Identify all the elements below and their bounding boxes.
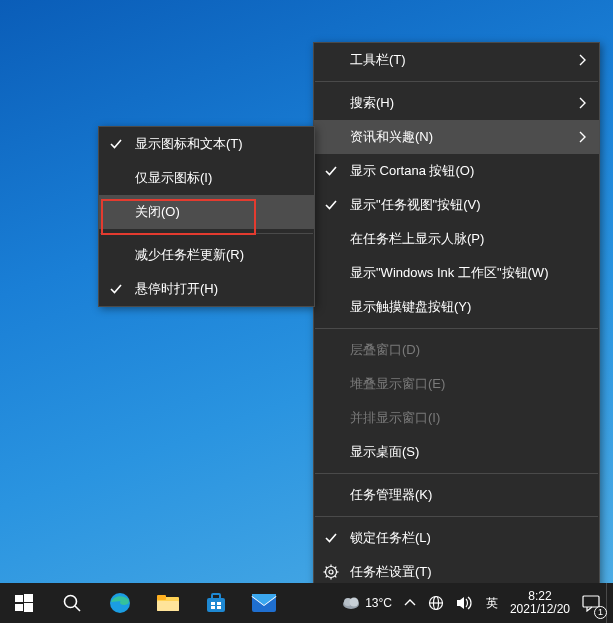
- svg-rect-18: [157, 595, 166, 600]
- menu-item-label: 搜索(H): [350, 94, 394, 112]
- svg-point-14: [65, 596, 77, 608]
- menu-separator: [315, 473, 598, 474]
- tray-volume-button[interactable]: [450, 583, 480, 623]
- svg-rect-12: [15, 604, 23, 611]
- menu-item-label: 层叠窗口(D): [350, 341, 420, 359]
- weather-widget[interactable]: 13°C: [335, 583, 398, 623]
- taskbar-context-menu: 工具栏(T) 搜索(H) 资讯和兴趣(N) 显示 Cortana 按钮(O) 显…: [313, 42, 600, 590]
- svg-point-0: [326, 567, 337, 578]
- svg-line-9: [335, 567, 336, 568]
- menu-item-label: 显示图标和文本(T): [135, 135, 243, 153]
- svg-rect-25: [217, 606, 221, 609]
- globe-icon: [428, 595, 444, 611]
- edge-icon: [108, 591, 132, 615]
- taskbar: 13°C 英 8:22 2021/12/20 1: [0, 583, 613, 623]
- svg-rect-24: [211, 606, 215, 609]
- ime-label: 英: [486, 595, 498, 612]
- speaker-icon: [456, 595, 474, 611]
- check-icon: [324, 198, 338, 212]
- menu-item-label: 显示桌面(S): [350, 443, 419, 461]
- svg-rect-19: [157, 601, 179, 611]
- clock-date: 2021/12/20: [510, 603, 570, 616]
- svg-rect-11: [24, 594, 33, 602]
- menu-item-label: 资讯和兴趣(N): [350, 128, 433, 146]
- menu-item-label: 工具栏(T): [350, 51, 406, 69]
- svg-line-7: [335, 576, 336, 577]
- menu-item-label: 任务栏设置(T): [350, 563, 432, 581]
- svg-point-1: [329, 570, 333, 574]
- menu-item-people[interactable]: 在任务栏上显示人脉(P): [314, 222, 599, 256]
- menu-item-toolbars[interactable]: 工具栏(T): [314, 43, 599, 77]
- menu-item-lock-taskbar[interactable]: 锁定任务栏(L): [314, 521, 599, 555]
- menu-item-label: 悬停时打开(H): [135, 280, 218, 298]
- submenu-item-icon-only[interactable]: 仅显示图标(I): [99, 161, 314, 195]
- tray-network-button[interactable]: [422, 583, 450, 623]
- menu-item-ink[interactable]: 显示"Windows Ink 工作区"按钮(W): [314, 256, 599, 290]
- chevron-up-icon: [404, 598, 416, 608]
- tray-ime-button[interactable]: 英: [480, 583, 504, 623]
- menu-item-label: 在任务栏上显示人脉(P): [350, 230, 484, 248]
- submenu-item-open-on-hover[interactable]: 悬停时打开(H): [99, 272, 314, 306]
- search-icon: [62, 593, 82, 613]
- notification-badge: 1: [594, 606, 607, 619]
- check-icon: [109, 282, 123, 296]
- menu-item-sidebyside: 并排显示窗口(I): [314, 401, 599, 435]
- svg-rect-33: [583, 596, 599, 607]
- menu-item-label: 堆叠显示窗口(E): [350, 375, 445, 393]
- check-icon: [324, 164, 338, 178]
- weather-temp: 13°C: [365, 596, 392, 610]
- menu-separator: [100, 233, 313, 234]
- menu-item-task-manager[interactable]: 任务管理器(K): [314, 478, 599, 512]
- chevron-right-icon: [579, 54, 587, 66]
- menu-item-touch-keyboard[interactable]: 显示触摸键盘按钮(Y): [314, 290, 599, 324]
- submenu-item-icon-and-text[interactable]: 显示图标和文本(T): [99, 127, 314, 161]
- submenu-item-reduce-updates[interactable]: 减少任务栏更新(R): [99, 238, 314, 272]
- store-icon: [205, 592, 227, 614]
- taskbar-app-edge[interactable]: [96, 583, 144, 623]
- tray-clock[interactable]: 8:22 2021/12/20: [504, 583, 576, 623]
- svg-line-15: [75, 606, 80, 611]
- tray-notifications-button[interactable]: 1: [576, 583, 606, 623]
- menu-item-label: 仅显示图标(I): [135, 169, 212, 187]
- menu-item-search[interactable]: 搜索(H): [314, 86, 599, 120]
- menu-separator: [315, 328, 598, 329]
- svg-rect-22: [211, 602, 215, 605]
- show-desktop-sliver[interactable]: [606, 583, 613, 623]
- news-interests-submenu: 显示图标和文本(T) 仅显示图标(I) 关闭(O) 减少任务栏更新(R) 悬停时…: [98, 126, 315, 307]
- svg-rect-13: [24, 603, 33, 612]
- menu-item-stacked: 堆叠显示窗口(E): [314, 367, 599, 401]
- menu-separator: [315, 516, 598, 517]
- menu-item-news-interests[interactable]: 资讯和兴趣(N): [314, 120, 599, 154]
- chevron-right-icon: [579, 131, 587, 143]
- taskbar-app-explorer[interactable]: [144, 583, 192, 623]
- menu-item-label: 减少任务栏更新(R): [135, 246, 244, 264]
- taskbar-app-store[interactable]: [192, 583, 240, 623]
- svg-rect-21: [212, 594, 220, 599]
- tray-overflow-button[interactable]: [398, 583, 422, 623]
- check-icon: [109, 137, 123, 151]
- svg-rect-20: [207, 598, 225, 612]
- svg-line-6: [326, 567, 327, 568]
- menu-item-show-desktop[interactable]: 显示桌面(S): [314, 435, 599, 469]
- svg-rect-10: [15, 595, 23, 602]
- menu-item-label: 显示"Windows Ink 工作区"按钮(W): [350, 264, 548, 282]
- menu-item-label: 显示 Cortana 按钮(O): [350, 162, 474, 180]
- system-tray: 13°C 英 8:22 2021/12/20 1: [335, 583, 613, 623]
- menu-item-label: 显示触摸键盘按钮(Y): [350, 298, 471, 316]
- desktop[interactable]: 工具栏(T) 搜索(H) 资讯和兴趣(N) 显示 Cortana 按钮(O) 显…: [0, 0, 613, 623]
- gear-icon: [323, 564, 339, 580]
- menu-item-label: 并排显示窗口(I): [350, 409, 440, 427]
- folder-icon: [156, 593, 180, 613]
- svg-rect-23: [217, 602, 221, 605]
- submenu-item-close[interactable]: 关闭(O): [99, 195, 314, 229]
- search-button[interactable]: [48, 583, 96, 623]
- start-button[interactable]: [0, 583, 48, 623]
- menu-item-cortana[interactable]: 显示 Cortana 按钮(O): [314, 154, 599, 188]
- menu-item-cascade: 层叠窗口(D): [314, 333, 599, 367]
- menu-item-taskview[interactable]: 显示"任务视图"按钮(V): [314, 188, 599, 222]
- windows-icon: [15, 594, 33, 612]
- mail-icon: [251, 593, 277, 613]
- menu-item-label: 任务管理器(K): [350, 486, 432, 504]
- menu-item-label: 显示"任务视图"按钮(V): [350, 196, 481, 214]
- taskbar-app-mail[interactable]: [240, 583, 288, 623]
